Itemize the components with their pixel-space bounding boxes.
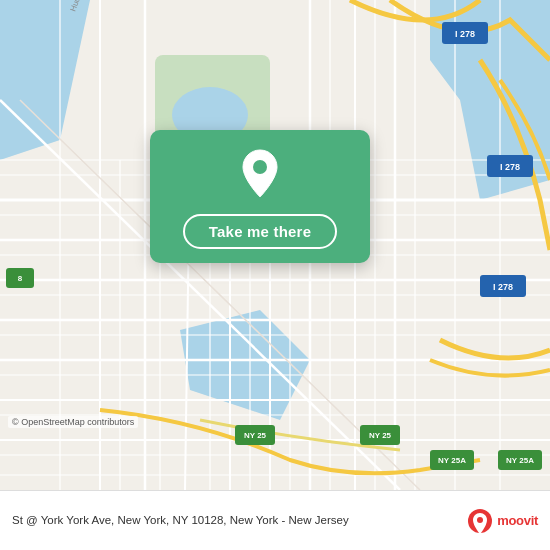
take-me-there-button[interactable]: Take me there xyxy=(183,214,337,249)
bottom-bar: St @ York York Ave, New York, NY 10128, … xyxy=(0,490,550,550)
moovit-label: moovit xyxy=(497,513,538,528)
osm-credit: © OpenStreetMap contributors xyxy=(8,416,138,428)
svg-text:8: 8 xyxy=(18,274,23,283)
svg-point-63 xyxy=(477,517,483,523)
location-pin-icon xyxy=(237,148,283,200)
location-card: Take me there xyxy=(150,130,370,263)
svg-text:I 278: I 278 xyxy=(493,282,513,292)
svg-text:NY 25: NY 25 xyxy=(244,431,267,440)
svg-text:NY 25: NY 25 xyxy=(369,431,392,440)
moovit-icon xyxy=(467,508,493,534)
location-icon-wrap xyxy=(234,148,286,200)
svg-text:I 278: I 278 xyxy=(500,162,520,172)
address-text: St @ York York Ave, New York, NY 10128, … xyxy=(12,512,467,528)
moovit-logo: moovit xyxy=(467,508,538,534)
svg-text:NY 25A: NY 25A xyxy=(438,456,466,465)
svg-point-61 xyxy=(253,160,267,174)
svg-text:I 278: I 278 xyxy=(455,29,475,39)
svg-text:NY 25A: NY 25A xyxy=(506,456,534,465)
map-container: I 278 I 278 I 278 NY 25 NY 25 NY 25A NY … xyxy=(0,0,550,490)
